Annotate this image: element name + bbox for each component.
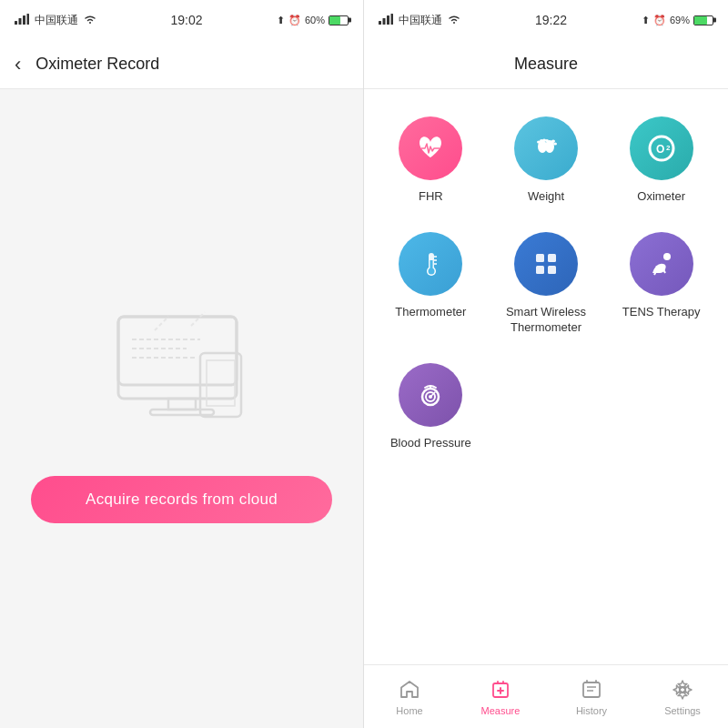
thermometer-label: Thermometer: [395, 305, 466, 320]
carrier-wifi-left: 中国联通: [15, 13, 96, 28]
tab-measure-label: Measure: [481, 705, 521, 716]
time-left: 19:02: [170, 13, 202, 27]
page-title-left: Oximeter Record: [35, 55, 159, 74]
svg-point-27: [553, 143, 557, 146]
cloud-illustration: [100, 294, 264, 440]
measure-item-tens[interactable]: TENS Therapy: [603, 223, 719, 345]
battery-icon-right: [693, 15, 713, 25]
svg-rect-1: [19, 18, 22, 25]
oximeter-icon-circle: O 2: [630, 116, 693, 180]
svg-rect-6: [168, 399, 196, 410]
smart-thermo-icon-circle: [514, 232, 578, 296]
measure-item-weight[interactable]: Weight: [489, 107, 604, 214]
svg-rect-42: [548, 266, 556, 274]
tens-label: TENS Therapy: [622, 305, 701, 320]
wifi-icon-left: [84, 14, 96, 27]
tab-history-label: History: [576, 705, 607, 716]
measure-item-smart-thermo[interactable]: Smart Wireless Thermometer: [489, 223, 604, 345]
carrier-right: 中国联通: [399, 13, 442, 28]
svg-line-14: [191, 312, 205, 326]
thermo-icon-circle: [399, 232, 462, 296]
measure-item-thermometer[interactable]: Thermometer: [373, 223, 489, 345]
nav-bar-right: Measure: [364, 40, 728, 89]
carrier-wifi-right: 中国联通: [379, 13, 460, 28]
fhr-label: FHR: [419, 189, 443, 205]
battery-pct-right: 69%: [670, 15, 690, 25]
svg-rect-18: [391, 14, 394, 25]
svg-rect-56: [583, 682, 600, 697]
tens-icon-circle: [630, 232, 693, 296]
svg-point-35: [429, 268, 435, 274]
battery-area-left: ⬆ ⏰ 60%: [277, 15, 349, 26]
tab-settings[interactable]: Settings: [637, 678, 728, 716]
weight-icon-circle: [514, 116, 578, 180]
svg-rect-3: [27, 14, 30, 25]
svg-text:O: O: [656, 143, 664, 156]
svg-point-28: [551, 140, 555, 143]
settings-tab-icon: [671, 678, 694, 702]
smart-thermo-label: Smart Wireless Thermometer: [493, 305, 600, 336]
svg-rect-0: [15, 21, 17, 25]
measure-tab-icon: [489, 678, 512, 702]
bp-icon-circle: [399, 363, 462, 427]
svg-rect-15: [379, 21, 381, 25]
status-bar-left: 中国联通 19:02 ⬆ ⏰ 60%: [0, 0, 363, 40]
svg-point-43: [663, 253, 671, 260]
nav-bar-left: ‹ Oximeter Record: [0, 40, 363, 89]
alarm-icon-left: ⏰: [288, 15, 301, 26]
measure-item-bp[interactable]: Blood Pressure: [373, 354, 489, 460]
weight-label: Weight: [528, 189, 564, 205]
svg-rect-7: [150, 410, 214, 415]
acquire-records-button[interactable]: Acquire records from cloud: [31, 476, 332, 523]
measure-grid: FHR Weight: [364, 89, 728, 664]
tab-measure[interactable]: Measure: [455, 678, 546, 716]
svg-rect-5: [118, 317, 237, 385]
svg-text:2: 2: [666, 144, 671, 152]
battery-area-right: ⬆ ⏰ 69%: [642, 15, 713, 26]
signal-icon-right: [379, 14, 393, 27]
time-right: 19:22: [535, 13, 567, 27]
signal-icon-left: [15, 14, 29, 27]
tab-bar: Home Measure: [364, 664, 728, 728]
location-icon-right: ⬆: [642, 15, 650, 26]
battery-icon-left: [329, 15, 349, 25]
page-title-right: Measure: [514, 55, 578, 74]
svg-rect-39: [536, 254, 544, 262]
tab-history[interactable]: History: [546, 678, 637, 716]
tab-settings-label: Settings: [664, 705, 701, 716]
carrier-left: 中国联通: [35, 13, 78, 28]
oximeter-label: Oximeter: [637, 189, 685, 205]
tab-home-label: Home: [396, 705, 422, 716]
bp-label: Blood Pressure: [390, 436, 471, 451]
svg-rect-40: [548, 254, 556, 262]
measure-item-oximeter[interactable]: O 2 Oximeter: [603, 107, 719, 214]
location-icon-left: ⬆: [277, 15, 285, 26]
svg-rect-17: [387, 15, 389, 25]
svg-rect-2: [23, 15, 25, 25]
svg-rect-41: [536, 266, 544, 274]
left-content: Acquire records from cloud: [0, 89, 363, 728]
svg-rect-16: [383, 18, 386, 25]
fhr-icon-circle: [399, 116, 462, 180]
status-bar-right: 中国联通 19:22 ⬆ ⏰ 69%: [364, 0, 728, 40]
battery-pct-left: 60%: [305, 15, 325, 25]
right-panel: 中国联通 19:22 ⬆ ⏰ 69% Measure: [364, 0, 728, 728]
wifi-icon-right: [448, 14, 460, 27]
home-tab-icon: [398, 678, 421, 702]
history-tab-icon: [580, 678, 603, 702]
tab-home[interactable]: Home: [364, 678, 455, 716]
svg-line-13: [155, 317, 168, 330]
back-button[interactable]: ‹: [15, 53, 21, 76]
measure-item-fhr[interactable]: FHR: [373, 107, 489, 214]
left-panel: 中国联通 19:02 ⬆ ⏰ 60% ‹ Oximeter Record: [0, 0, 364, 728]
alarm-icon-right: ⏰: [653, 15, 666, 26]
